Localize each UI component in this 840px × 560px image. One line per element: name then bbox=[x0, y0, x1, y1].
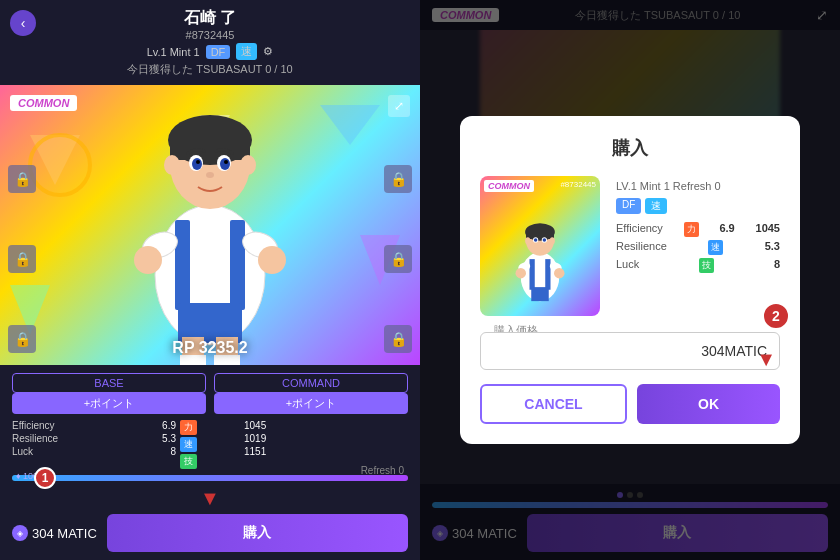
stats-col-icons: 力 速 技 bbox=[180, 420, 240, 471]
badge-df: DF bbox=[206, 45, 231, 59]
badge-fast: 速 bbox=[236, 43, 257, 60]
left-header: ‹ 石崎 了 #8732445 Lv.1 Mint 1 DF 速 ⚙ 今日獲得し… bbox=[0, 0, 420, 85]
svg-point-16 bbox=[220, 158, 230, 170]
player-meta: Lv.1 Mint 1 DF 速 ⚙ bbox=[147, 43, 274, 60]
lock-icon-3: 🔒 bbox=[8, 245, 36, 273]
svg-point-12 bbox=[240, 155, 256, 175]
svg-point-15 bbox=[192, 158, 202, 170]
svg-point-40 bbox=[534, 238, 538, 242]
common-badge-left: COMMON bbox=[10, 95, 77, 111]
lock-icon-1: 🔒 bbox=[8, 165, 36, 193]
command-button[interactable]: COMMAND bbox=[214, 373, 408, 393]
back-button[interactable]: ‹ bbox=[10, 10, 36, 36]
arrow-down-left: ▼ bbox=[12, 487, 408, 510]
modal-card-image: COMMON #8732445 bbox=[480, 176, 600, 316]
stats-col-right: 1045 1019 1151 bbox=[244, 420, 408, 471]
modal-title: 購入 bbox=[480, 136, 780, 160]
player-lv: Lv.1 Mint 1 bbox=[147, 46, 200, 58]
modal-overlay: 購入 COMMON #8732445 bbox=[420, 0, 840, 560]
modal-stat-luck: Luck 技 8 bbox=[616, 258, 780, 273]
modal-badge-df: DF bbox=[616, 198, 641, 214]
modal-buttons: CANCEL OK bbox=[480, 384, 780, 424]
base-button[interactable]: BASE bbox=[12, 373, 206, 393]
progress-bar-fill bbox=[12, 475, 408, 481]
matic-icon-left: ◈ bbox=[12, 525, 28, 541]
lock-icon-2: 🔒 bbox=[384, 165, 412, 193]
svg-rect-44 bbox=[545, 259, 550, 290]
stat-resilience: Resilience 5.3 bbox=[12, 433, 176, 444]
svg-rect-35 bbox=[526, 232, 554, 239]
points-row: BASE +ポイント COMMAND +ポイント bbox=[12, 373, 408, 414]
right-panel: COMMON 今日獲得した TSUBASAUT 0 / 10 ⤢ 購入 COMM… bbox=[420, 0, 840, 560]
stats-row: Efficiency 6.9 Resilience 5.3 Luck 8 力 速… bbox=[12, 420, 408, 471]
ok-button[interactable]: OK bbox=[637, 384, 780, 424]
rp-badge: RP 3235.2 bbox=[172, 339, 247, 357]
circle-num-2: 2 bbox=[762, 302, 790, 330]
modal-common-badge: COMMON bbox=[484, 180, 534, 192]
svg-rect-10 bbox=[170, 140, 250, 160]
left-panel: ‹ 石崎 了 #8732445 Lv.1 Mint 1 DF 速 ⚙ 今日獲得し… bbox=[0, 0, 420, 560]
buy-row: ◈ 304 MATIC 購入 bbox=[12, 514, 408, 552]
cancel-button[interactable]: CANCEL bbox=[480, 384, 627, 424]
arrow-down-modal: ▼ bbox=[756, 348, 776, 371]
modal-badges: DF 速 bbox=[616, 198, 780, 214]
modal-stat-efficiency: Efficiency 力 6.9 1045 bbox=[616, 222, 780, 237]
svg-point-48 bbox=[554, 268, 565, 279]
svg-rect-49 bbox=[531, 287, 549, 301]
svg-point-26 bbox=[258, 246, 286, 274]
svg-point-18 bbox=[224, 160, 228, 164]
lock-icon-5: 🔒 bbox=[8, 325, 36, 353]
gear-icon: ⚙ bbox=[263, 45, 273, 58]
svg-rect-22 bbox=[230, 220, 245, 310]
modal-card-id: #8732445 bbox=[560, 180, 596, 189]
matic-price-left: ◈ 304 MATIC bbox=[12, 525, 97, 541]
modal-card-area: COMMON #8732445 bbox=[480, 176, 780, 316]
svg-point-37 bbox=[550, 237, 555, 244]
modal-lv: LV.1 Mint 1 Refresh 0 bbox=[616, 180, 780, 192]
card-area: COMMON ⤢ 🔒 🔒 🔒 🔒 🔒 🔒 bbox=[0, 85, 420, 365]
buy-button-left[interactable]: 購入 bbox=[107, 514, 408, 552]
stats-col-left: Efficiency 6.9 Resilience 5.3 Luck 8 bbox=[12, 420, 176, 471]
price-input[interactable] bbox=[480, 332, 780, 370]
lock-icon-6: 🔒 bbox=[384, 325, 412, 353]
modal-badge-haya: 速 bbox=[645, 198, 667, 214]
modal-dialog: 購入 COMMON #8732445 bbox=[460, 116, 800, 444]
svg-rect-43 bbox=[530, 259, 535, 290]
stat-luck: Luck 8 bbox=[12, 446, 176, 457]
modal-stat-resilience: Resilience 速 5.3 bbox=[616, 240, 780, 255]
expand-button-left[interactable]: ⤢ bbox=[388, 95, 410, 117]
bottom-section: BASE +ポイント COMMAND +ポイント Efficiency 6.9 … bbox=[0, 365, 420, 560]
stat-efficiency: Efficiency 6.9 bbox=[12, 420, 176, 431]
card-character bbox=[100, 85, 320, 365]
svg-point-11 bbox=[164, 155, 180, 175]
svg-point-19 bbox=[206, 172, 214, 178]
svg-point-36 bbox=[525, 237, 530, 244]
circle-num-1: 1 bbox=[34, 467, 56, 489]
progress-bar-container: ♦ 100.0 1 Refresh 0 bbox=[12, 475, 408, 481]
card-id: #8732445 bbox=[186, 29, 235, 41]
price-section: 購入価格 2 ▼ bbox=[480, 332, 780, 370]
svg-point-47 bbox=[516, 268, 527, 279]
svg-rect-21 bbox=[175, 220, 190, 310]
tsubasa-text: 今日獲得した TSUBASAUT 0 / 10 bbox=[127, 62, 292, 77]
svg-point-17 bbox=[196, 160, 200, 164]
modal-card-stats: LV.1 Mint 1 Refresh 0 DF 速 Efficiency 力 … bbox=[616, 176, 780, 316]
svg-point-25 bbox=[134, 246, 162, 274]
modal-character bbox=[505, 211, 575, 311]
add-point-button-2[interactable]: +ポイント bbox=[214, 393, 408, 414]
svg-point-41 bbox=[543, 238, 547, 242]
lock-icon-4: 🔒 bbox=[384, 245, 412, 273]
refresh-text-left: Refresh 0 bbox=[361, 465, 404, 476]
player-name: 石崎 了 bbox=[184, 8, 236, 29]
add-point-button-1[interactable]: +ポイント bbox=[12, 393, 206, 414]
